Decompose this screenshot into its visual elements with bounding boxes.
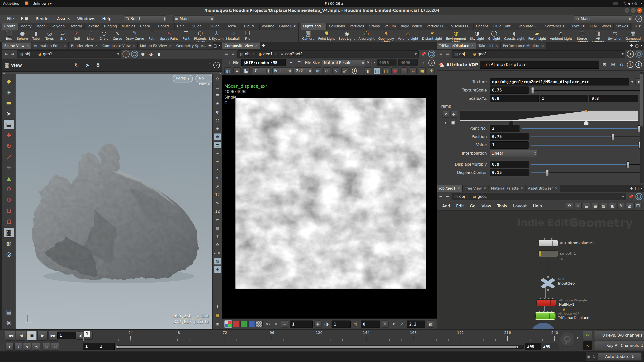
timeline-ruler[interactable]: 24487296120144168192216240 1 [84,331,556,341]
network-menu-item[interactable]: View [478,204,494,208]
follow-target-icon[interactable] [635,193,642,200]
param-help-button[interactable]: ? [635,61,642,68]
shelf-tab[interactable]: Deform [67,23,85,30]
shelf-tool[interactable]: ♨ Volume Light [396,30,420,41]
transport-button[interactable]: ◀ [16,331,26,341]
rock-mesh[interactable] [21,112,213,293]
shelf-tab[interactable]: Terra... [225,23,242,30]
close-button[interactable]: ✕ [637,8,642,13]
composite-help-button[interactable]: ? [428,60,435,66]
size-height-field[interactable]: 4096 [398,59,418,66]
viewport-tool-icon[interactable]: ◈ [4,87,14,97]
shelf-tab[interactable]: Crowds [614,23,631,30]
texture-scale-field[interactable]: 0.75 [490,86,529,94]
home-view-icon[interactable]: ⌂ [332,67,339,74]
exposure-minus-button[interactable]: − [281,321,288,328]
path-crumb[interactable]: ◕geo1 [466,194,488,199]
transport-button[interactable]: |◀◀ [5,331,15,341]
shelf-tab[interactable]: Guide... [207,23,225,30]
display-option-icon[interactable]: ◈ [214,266,221,273]
display-option-icon[interactable]: ⌐ [214,216,221,223]
close-tab-icon[interactable]: ✕ [484,185,486,192]
resolution-mode-select[interactable]: Natural Resolu...▲▼ [322,59,365,66]
new-tab-button[interactable]: ✚ [260,42,267,49]
playbar-small-button[interactable]: ➤ [6,343,14,351]
white-square-icon[interactable]: ▮ [156,51,162,57]
brightness-icon[interactable]: ✳ [273,321,279,327]
display-option-icon[interactable]: 12 [214,192,221,198]
shelf-tab[interactable]: Rigid Bodies [398,23,424,30]
handles-icon[interactable]: ⛢ [96,62,100,68]
composite-path[interactable]: ▤obj◕geo1≣cop2net1 ▼ [237,50,419,58]
layout-split-icon[interactable]: ◫ [373,67,380,74]
shelf-tool[interactable]: ● Sphere [16,30,29,41]
shelf-tab[interactable]: Create [2,23,18,30]
network-icon[interactable]: ⇅ [622,2,627,6]
range-clamp-icon[interactable]: ⇞ [382,321,389,328]
shelf-tab[interactable]: Drive Sim... [631,23,632,30]
pane-menu-icon[interactable]: ▾ [641,44,642,47]
viewport-corner-icon[interactable]: i [214,304,221,310]
shelf-tool[interactable]: ⟋ Line [84,30,97,41]
playback-range-slider[interactable] [116,345,524,349]
set-key-button[interactable] [560,332,575,347]
color-correction-icon[interactable]: ◧ [224,67,231,74]
shelf-tool[interactable]: ◉ Spot Light [337,30,356,41]
network-toolbar-icon[interactable]: ≡ [575,203,582,209]
info-button[interactable]: i [627,61,633,68]
viewport-tool-icon[interactable]: ➤ [4,109,14,118]
maximize-pane-icon[interactable]: ▢ [635,43,639,48]
position-field[interactable]: 0.75 [490,133,529,140]
pane-tab[interactable]: Tree View✕ [463,185,489,192]
viewport-tool-icon[interactable]: ✚ [4,130,14,140]
display-option-icon[interactable]: ▦ [214,225,221,231]
menu-item[interactable]: Help [99,15,115,23]
channel-swatch[interactable] [225,321,231,327]
persp-view-button[interactable]: Persp▼ [173,75,193,82]
shelf-tab[interactable]: FEM [587,23,599,30]
pane-menu-icon[interactable]: ▾ [641,187,642,190]
display-option-icon[interactable]: 12 [214,208,221,215]
window-title-bar[interactable]: /home/qwak/HoudiniProjects/DisplaceMachi… [0,7,644,15]
plane-select[interactable]: C▲▼ [253,67,270,74]
maximize-pane-icon[interactable]: ▢ [214,43,217,48]
pan-zoom-icon[interactable]: ⊛ [410,67,417,74]
node-name-label[interactable]: NullN.y1 [559,302,574,306]
playbar-small-button[interactable]: ♪ [14,343,22,351]
shelf-tool[interactable]: ☖ Area Light [357,30,376,41]
key-nav-button[interactable]: |◀ [42,343,50,351]
view-orbit-icon[interactable]: ↻ [75,62,79,68]
new-tab-button[interactable]: ✚ [630,43,633,48]
gear-icon[interactable]: ⚙ [601,61,608,68]
pane-tab[interactable]: Composite View✕ [100,42,138,49]
ramp-point-dot[interactable] [585,109,588,112]
search-icon[interactable]: ⊙ [618,61,625,68]
shelf-tool[interactable]: ◙ Camera [301,30,316,41]
activities-button[interactable]: Activities [0,2,22,6]
lut-options-icon[interactable]: ▩ [427,321,434,328]
viewport-corner-icon[interactable]: ▦ [214,312,221,319]
shelf-tab[interactable]: Wires [599,23,613,30]
shelf-tool[interactable]: ▦ Gamepad Camera [624,30,642,42]
menu-item[interactable]: Windows [74,15,99,23]
offset-field[interactable]: 0 [361,321,380,328]
shelf-tool[interactable]: ✶ Distant Light [421,30,444,41]
close-tab-icon[interactable]: ✕ [496,42,498,49]
back-icon[interactable]: ⬅ [4,52,9,56]
params-path[interactable]: ▤obj◕geo1 ▼ [452,50,625,58]
keys-channels-button[interactable]: 0 keys, 0/0 channels▲ [594,331,644,340]
viewport-corner-icon[interactable]: ◉ [214,321,221,327]
display-option-icon[interactable]: ⊗ [214,100,221,107]
displace-center-slider[interactable] [531,169,640,176]
displace-multiply-slider[interactable] [531,161,640,168]
scale-y-field[interactable]: 1 [540,95,588,102]
pane-tab[interactable]: Performance Monitor✕ [501,42,547,49]
shelf-tool[interactable]: ◖ Caustic Light [503,30,526,41]
close-tab-icon[interactable]: ✕ [95,42,98,49]
shelf-tab[interactable]: Viscous Fl... [449,23,474,30]
help-button[interactable]: ? [635,16,642,22]
viewport-help-button[interactable]: ? [213,62,220,68]
shelf-tool[interactable]: ⌂ Ambient Light [549,30,573,41]
shelf-tool[interactable]: ⇆ Switcher [607,30,623,41]
viewport-tool-icon[interactable]: ▤ [4,307,14,316]
